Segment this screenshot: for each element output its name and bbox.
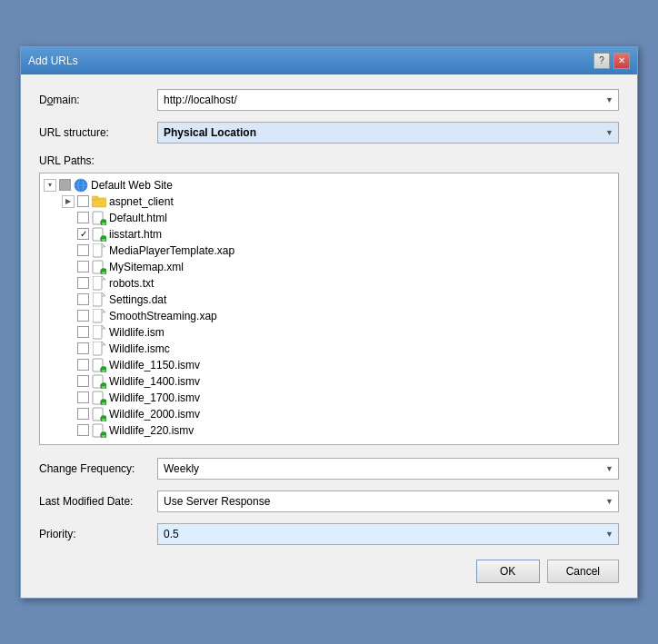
last-modified-dropdown-wrapper: Use Server Response (157, 490, 619, 512)
tree-checkbox[interactable] (77, 326, 89, 338)
priority-control: 0.5 (157, 523, 619, 545)
webfile-icon: w (92, 374, 106, 389)
tree-item-name: aspnet_client (109, 195, 174, 208)
svg-rect-24 (93, 325, 102, 339)
url-structure-row: URL structure: Physical Location (39, 122, 619, 144)
dialog-buttons: OK Cancel (39, 560, 619, 583)
dialog-title: Add URLs (28, 54, 78, 67)
tree-item[interactable]: wMySitemap.xml (40, 259, 618, 275)
cancel-button[interactable]: Cancel (547, 560, 619, 583)
tree-checkbox[interactable] (77, 310, 89, 322)
tree-checkbox[interactable] (59, 179, 71, 191)
tree-item[interactable]: ▾Default Web Site (40, 177, 618, 193)
change-frequency-dropdown[interactable]: Weekly (157, 458, 619, 480)
tree-expand-spacer (62, 326, 75, 339)
tree-expand-icon[interactable]: ▾ (44, 179, 56, 192)
tree-item-name: Wildlife_220.ismv (109, 424, 194, 437)
tree-item[interactable]: wWildlife_220.ismv (40, 422, 618, 439)
last-modified-row: Last Modified Date: Use Server Response (39, 490, 619, 512)
tree-item-name: Wildlife.ismc (109, 342, 170, 355)
tree-checkbox[interactable] (77, 375, 89, 387)
tree-item[interactable]: wWildlife_1150.ismv (40, 357, 618, 373)
tree-item[interactable]: wWildlife_2000.ismv (40, 406, 618, 422)
svg-text:w: w (102, 368, 105, 372)
svg-rect-22 (93, 309, 102, 322)
svg-rect-20 (93, 292, 102, 306)
tree-expand-spacer (62, 310, 75, 322)
tree-checkbox[interactable] (77, 293, 89, 305)
tree-checkbox[interactable] (77, 408, 89, 420)
tree-checkbox[interactable] (77, 391, 89, 403)
svg-text:w: w (102, 221, 105, 225)
tree-expand-icon[interactable]: ▶ (62, 195, 75, 208)
url-structure-label: URL structure: (39, 126, 157, 139)
help-button[interactable]: ? (593, 53, 610, 69)
tree-checkbox[interactable] (77, 244, 89, 256)
tree-item-name: Default.html (109, 212, 167, 224)
tree-item[interactable]: ✓wiisstart.htm (40, 226, 618, 243)
tree-expand-spacer (62, 359, 75, 372)
tree-container[interactable]: ▾Default Web Site▶aspnet_clientwDefault.… (39, 173, 619, 445)
url-structure-dropdown[interactable]: Physical Location (157, 122, 619, 144)
url-structure-dropdown-wrapper: Physical Location (157, 122, 619, 144)
tree-item[interactable]: Wildlife.ism (40, 324, 618, 341)
last-modified-dropdown[interactable]: Use Server Response (157, 490, 619, 512)
tree-item-name: Wildlife_1700.ismv (109, 391, 200, 404)
tree-checkbox[interactable] (77, 277, 89, 289)
tree-item-name: Wildlife_1150.ismv (109, 359, 200, 372)
tree-checkbox[interactable] (77, 424, 89, 436)
svg-text:w: w (102, 433, 105, 438)
tree-checkbox[interactable]: ✓ (77, 228, 89, 240)
tree-item-name: Wildlife_2000.ismv (109, 408, 200, 421)
tree-expand-spacer (62, 375, 75, 388)
svg-rect-26 (93, 342, 102, 355)
tree-item[interactable]: MediaPlayerTemplate.xap (40, 243, 618, 259)
tree-expand-spacer (62, 293, 75, 306)
tree-item[interactable]: wWildlife_1400.ismv (40, 373, 618, 390)
tree-item[interactable]: SmoothStreaming.xap (40, 308, 618, 324)
priority-label: Priority: (39, 528, 157, 540)
tree-expand-spacer (62, 277, 75, 290)
webfile-icon: w (92, 423, 106, 438)
file-icon (92, 243, 106, 258)
webfile-icon: w (92, 358, 106, 372)
tree-checkbox[interactable] (77, 342, 89, 354)
tree-item[interactable]: wWildlife_1700.ismv (40, 390, 618, 406)
priority-dropdown-wrapper: 0.5 (157, 523, 619, 545)
tree-item[interactable]: robots.txt (40, 275, 618, 292)
webfile-icon: w (92, 407, 106, 421)
domain-dropdown[interactable]: http://localhost/ (157, 89, 619, 111)
tree-checkbox[interactable] (77, 212, 89, 223)
folder-icon (92, 194, 106, 209)
file-icon (92, 342, 106, 356)
tree-checkbox[interactable] (77, 261, 89, 272)
tree-checkbox[interactable] (77, 195, 89, 207)
domain-label: Domain: (39, 94, 157, 106)
tree-item-name: Settings.dat (109, 293, 166, 306)
domain-control: http://localhost/ (157, 89, 619, 111)
tree-area: ▾Default Web Site▶aspnet_clientwDefault.… (39, 173, 619, 445)
tree-item[interactable]: Wildlife.ismc (40, 341, 618, 357)
tree-item-name: Wildlife.ism (109, 326, 164, 339)
tree-item[interactable]: Settings.dat (40, 292, 618, 308)
webfile-icon: w (92, 260, 106, 274)
close-button[interactable]: ✕ (613, 53, 630, 69)
tree-expand-spacer (62, 342, 75, 355)
url-structure-control: Physical Location (157, 122, 619, 144)
change-frequency-row: Change Frequency: Weekly (39, 458, 619, 480)
svg-text:w: w (102, 417, 105, 421)
change-frequency-label: Change Frequency: (39, 462, 157, 475)
tree-item[interactable]: ▶aspnet_client (40, 193, 618, 210)
tree-expand-spacer (62, 261, 75, 273)
webfile-icon: w (92, 227, 106, 242)
priority-dropdown[interactable]: 0.5 (157, 523, 619, 545)
tree-expand-spacer (62, 408, 75, 421)
tree-item-name: MySitemap.xml (109, 261, 184, 273)
tree-item[interactable]: wDefault.html (40, 210, 618, 226)
file-icon (92, 309, 106, 323)
tree-item-name: iisstart.htm (109, 228, 162, 241)
tree-item-name: Default Web Site (91, 179, 173, 192)
svg-text:w: w (102, 384, 105, 389)
tree-checkbox[interactable] (77, 359, 89, 371)
ok-button[interactable]: OK (476, 560, 540, 583)
